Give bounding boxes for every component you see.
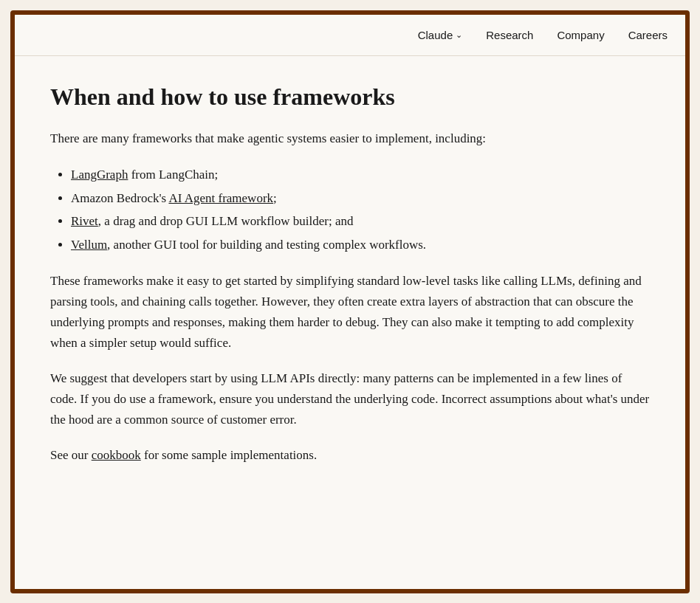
ai-agent-framework-link[interactable]: AI Agent framework [168,191,273,205]
list-item: Rivet, a drag and drop GUI LLM workflow … [71,210,650,232]
nav-research[interactable]: Research [486,29,533,41]
main-content: When and how to use frameworks There are… [15,56,685,589]
cookbook-link[interactable]: cookbook [92,448,141,462]
nav-items: Claude ⌄ Research Company Careers [418,29,668,41]
list-item-text: , another GUI tool for building and test… [107,238,426,252]
list-item-text: , a drag and drop GUI LLM workflow build… [98,214,354,228]
navbar: Claude ⌄ Research Company Careers [15,15,685,56]
vellum-link[interactable]: Vellum [71,238,107,252]
body-paragraph-3: See our cookbook for some sample impleme… [50,445,650,466]
nav-company[interactable]: Company [557,29,604,41]
list-item-prefix: Amazon Bedrock's [71,191,168,205]
nav-claude-label: Claude [418,29,453,41]
page-container: Claude ⌄ Research Company Careers When a… [10,10,690,593]
intro-paragraph: There are many frameworks that make agen… [50,128,650,149]
frameworks-list: LangGraph from LangChain; Amazon Bedrock… [50,164,650,256]
nav-careers[interactable]: Careers [628,29,668,41]
list-item: Vellum, another GUI tool for building an… [71,234,650,256]
list-item: Amazon Bedrock's AI Agent framework; [71,187,650,210]
chevron-down-icon: ⌄ [456,30,462,40]
para3-prefix: See our [50,448,92,462]
body-paragraph-2: We suggest that developers start by usin… [50,368,650,430]
page-title: When and how to use frameworks [50,83,650,111]
langgraph-link[interactable]: LangGraph [71,168,128,182]
list-item: LangGraph from LangChain; [71,164,650,186]
body-paragraph-1: These frameworks make it easy to get sta… [50,271,650,354]
list-item-text: from LangChain; [128,168,218,182]
rivet-link[interactable]: Rivet [71,214,98,228]
para3-suffix: for some sample implementations. [141,448,317,462]
list-item-suffix: ; [273,191,277,205]
nav-claude[interactable]: Claude ⌄ [418,29,463,41]
